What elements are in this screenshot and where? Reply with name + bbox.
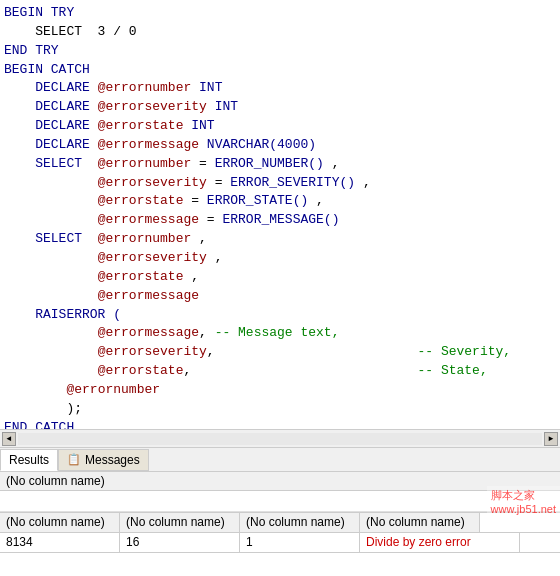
code-token [4,192,98,211]
code-token: = [183,192,206,211]
code-token [4,211,98,230]
code-line: @errorstate , [0,268,560,287]
code-line: END TRY [0,42,560,61]
scroll-left-arrow[interactable]: ◄ [2,432,16,446]
code-line: BEGIN TRY [0,4,560,23]
code-token: , [207,249,223,268]
bottom-result-area: (No column name)(No column name)(No colu… [0,512,560,553]
code-token: ERROR_MESSAGE() [222,211,339,230]
messages-tab-icon: 📋 [67,453,81,466]
code-token [4,268,98,287]
bottom-result-headers: (No column name)(No column name)(No colu… [0,513,560,533]
code-line: SELECT @errornumber , [0,230,560,249]
code-token: SELECT [4,155,98,174]
results-tab-label: Results [9,453,49,467]
code-token: , [199,324,215,343]
tab-results[interactable]: Results [0,449,58,471]
code-token: , [355,174,371,193]
code-line: DECLARE @errorseverity INT [0,98,560,117]
code-token: -- Severity, [417,343,511,362]
results-cell: 8134 [0,533,120,552]
code-token: DECLARE [4,79,98,98]
code-token: INT [183,117,214,136]
results-col-header: (No column name) [240,513,360,532]
code-line: @errorstate, -- State, [0,362,560,381]
code-token: @errormessage [98,324,199,343]
code-token: @errorstate [98,192,184,211]
code-token: -- Message text, [215,324,340,343]
code-line: SELECT 3 / 0 [0,23,560,42]
results-cell: Divide by zero error [360,533,520,552]
code-line: DECLARE @errormessage NVARCHAR(4000) [0,136,560,155]
code-token: DECLARE [4,117,98,136]
code-token: @errorstate [98,117,184,136]
scroll-right-arrow[interactable]: ► [544,432,558,446]
code-token: , [207,343,418,362]
code-token: @errorstate [98,362,184,381]
results-col-header: (No column name) [0,513,120,532]
code-token: ); [4,400,82,419]
code-token: , [324,155,340,174]
code-token: @errorstate [98,268,184,287]
code-token: = [207,174,230,193]
results-cell: 16 [120,533,240,552]
code-token: @errormessage [98,211,199,230]
top-result-header: (No column name) [0,472,560,491]
top-result-value [0,491,560,512]
results-col-header: (No column name) [120,513,240,532]
code-token: NVARCHAR(4000) [199,136,316,155]
code-line: RAISERROR ( [0,306,560,325]
code-line: DECLARE @errorstate INT [0,117,560,136]
code-line: DECLARE @errornumber INT [0,79,560,98]
code-token: BEGIN CATCH [4,61,90,80]
code-token: DECLARE [4,98,98,117]
results-col-header: (No column name) [360,513,480,532]
watermark: 脚本之家www.jb51.net [487,486,560,517]
code-token [4,324,98,343]
code-token: ERROR_SEVERITY() [230,174,355,193]
code-token: @errormessage [98,136,199,155]
code-token: @errormessage [98,287,199,306]
code-token: INT [191,79,222,98]
scroll-track[interactable] [18,433,542,445]
code-line: @errormessage = ERROR_MESSAGE() [0,211,560,230]
code-line: @errorseverity, -- Severity, [0,343,560,362]
tab-messages[interactable]: 📋 Messages [58,449,149,471]
code-token [4,381,66,400]
code-line: ); [0,400,560,419]
code-token: @errornumber [98,230,192,249]
code-token: @errorseverity [98,98,207,117]
code-line: @errorseverity , [0,249,560,268]
results-panel: (No column name) (No column name)(No col… [0,472,560,553]
code-line: @errormessage, -- Message text, [0,324,560,343]
code-token: , [308,192,324,211]
code-token [4,362,98,381]
tabs-area: Results 📋 Messages [0,448,560,472]
code-token [4,249,98,268]
messages-tab-label: Messages [85,453,140,467]
code-token: @errornumber [66,381,160,400]
code-token: END CATCH [4,419,74,430]
code-token: DECLARE [4,136,98,155]
code-token: @errorseverity [98,249,207,268]
code-token: BEGIN TRY [4,4,74,23]
code-editor: BEGIN TRY SELECT 3 / 0END TRYBEGIN CATCH… [0,0,560,430]
code-line: SELECT @errornumber = ERROR_NUMBER() , [0,155,560,174]
code-line: BEGIN CATCH [0,61,560,80]
code-token: END TRY [4,42,59,61]
scrollbar-area[interactable]: ◄ ► [0,430,560,448]
code-token: SELECT [4,230,98,249]
code-token: , [183,362,417,381]
code-token [4,343,98,362]
code-token: = [191,155,214,174]
bottom-result-row: 8134161Divide by zero error [0,533,560,553]
code-line: @errornumber [0,381,560,400]
code-token: = [199,211,222,230]
code-token: ERROR_NUMBER() [215,155,324,174]
results-cell: 1 [240,533,360,552]
code-line: @errormessage [0,287,560,306]
code-line: @errorseverity = ERROR_SEVERITY() , [0,174,560,193]
code-token [4,287,98,306]
code-token [4,174,98,193]
code-token: -- State, [418,362,488,381]
